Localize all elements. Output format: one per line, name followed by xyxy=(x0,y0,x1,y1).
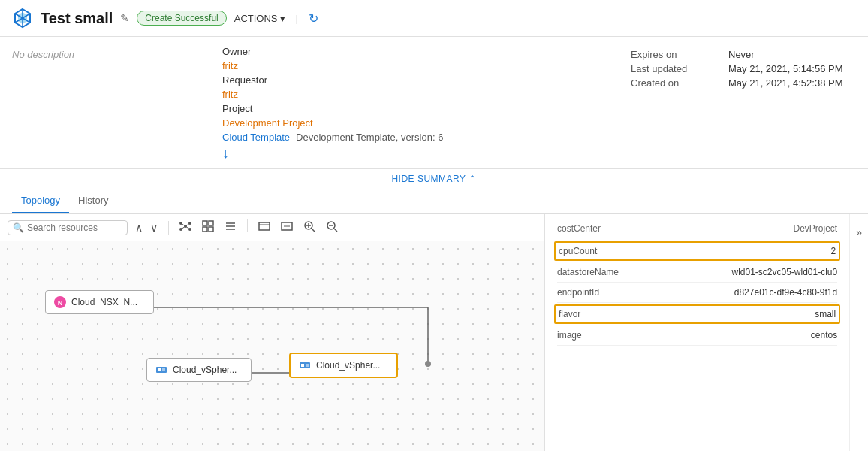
app-logo xyxy=(12,8,33,29)
svg-line-10 xyxy=(181,223,185,226)
search-box[interactable]: 🔍 xyxy=(8,220,128,235)
network-view-icon[interactable] xyxy=(176,219,194,236)
vsphere2-icon xyxy=(298,359,312,372)
svg-line-26 xyxy=(312,229,315,232)
property-value: 2 xyxy=(831,246,836,256)
property-key: endpointId xyxy=(557,287,599,298)
svg-line-30 xyxy=(334,229,337,232)
nsx-icon: N xyxy=(53,295,67,309)
property-row: endpointIdd827e01c-df9e-4c80-9f1d xyxy=(557,283,837,303)
cloud-template-row: Cloud Template Development Template, ver… xyxy=(222,132,631,143)
node-nsx[interactable]: N Cloud_NSX_N... xyxy=(45,290,154,314)
chevron-down-icon: ▾ xyxy=(280,13,285,24)
description: No description xyxy=(12,46,222,168)
toolbar-separator2 xyxy=(247,219,248,232)
properties-list: cpuCount2datastoreNamewld01-sc2vc05-wld0… xyxy=(557,241,837,346)
vsphere2-node-label: Cloud_vSpher... xyxy=(316,360,380,371)
svg-rect-21 xyxy=(259,222,270,230)
tab-topology[interactable]: Topology xyxy=(12,189,69,213)
node-vsphere1[interactable]: Cloud_vSpher... xyxy=(146,358,252,382)
toolbar-separator xyxy=(168,221,169,235)
down-arrow-button[interactable]: ∨ xyxy=(147,220,161,235)
owner-value-row: fritz xyxy=(222,60,631,71)
property-key: image xyxy=(557,330,582,341)
vsphere1-node-label: Cloud_vSpher... xyxy=(173,365,237,375)
list-view-icon[interactable] xyxy=(222,219,240,236)
create-status-badge: Create Successful xyxy=(137,11,226,26)
svg-rect-40 xyxy=(158,368,161,371)
node-vsphere2[interactable]: Cloud_vSpher... xyxy=(289,353,398,378)
svg-line-11 xyxy=(185,223,190,226)
created-on-row: Created on May 21, 2021, 4:52:38 PM xyxy=(631,77,856,89)
svg-rect-14 xyxy=(203,221,207,226)
properties-header: costCenter DevProject xyxy=(557,223,837,234)
svg-rect-44 xyxy=(301,364,304,367)
svg-rect-16 xyxy=(203,227,207,232)
collapse-icon[interactable] xyxy=(278,219,296,236)
property-value: centos xyxy=(811,330,837,341)
svg-point-36 xyxy=(425,361,431,367)
vsphere-icon xyxy=(155,363,168,377)
hide-summary-bar: HIDE SUMMARY ⌃ xyxy=(0,168,868,189)
svg-rect-17 xyxy=(209,227,213,232)
download-icon[interactable]: ↓ xyxy=(222,146,631,162)
separator: | xyxy=(296,13,298,24)
property-key: flavor xyxy=(559,309,580,319)
property-key: datastoreName xyxy=(557,267,619,277)
up-arrow-button[interactable]: ∧ xyxy=(132,220,146,235)
tab-bar: Topology History xyxy=(0,189,868,214)
actions-button[interactable]: ACTIONS ▾ xyxy=(234,13,285,24)
topology-canvas[interactable]: N Cloud_NSX_N... Cloud_vSpher... xyxy=(0,241,544,451)
svg-text:N: N xyxy=(58,299,63,307)
search-icon: 🔍 xyxy=(13,222,24,233)
hide-summary-button[interactable]: HIDE SUMMARY ⌃ xyxy=(0,169,868,189)
property-row: imagecentos xyxy=(557,325,837,346)
zoom-in-icon[interactable] xyxy=(300,219,318,236)
app-header: Test small ✎ Create Successful ACTIONS ▾… xyxy=(0,0,868,37)
view-controls xyxy=(176,219,341,236)
owner-row: Owner xyxy=(222,46,631,57)
tab-history[interactable]: History xyxy=(69,189,117,213)
property-value: d827e01c-df9e-4c80-9f1d xyxy=(734,287,837,298)
topology-toolbar: 🔍 ∧ ∨ xyxy=(0,214,544,241)
summary-section: No description Owner fritz Requestor fri… xyxy=(0,37,868,168)
edit-icon[interactable]: ✎ xyxy=(120,12,129,24)
property-row: flavorsmall xyxy=(554,304,840,324)
property-row: datastoreNamewld01-sc2vc05-wld01-clu0 xyxy=(557,262,837,283)
summary-right: Expires on Never Last updated May 21, 20… xyxy=(631,46,856,168)
grid-view-icon[interactable] xyxy=(199,219,217,236)
connection-lines xyxy=(0,241,544,451)
property-key: cpuCount xyxy=(559,246,597,256)
nav-arrows: ∧ ∨ xyxy=(132,220,161,235)
expires-row: Expires on Never xyxy=(631,49,856,60)
svg-rect-15 xyxy=(209,221,213,226)
requestor-value-row: fritz xyxy=(222,89,631,100)
topology-panel: 🔍 ∧ ∨ xyxy=(0,214,545,451)
page-title: Test small xyxy=(41,10,113,27)
zoom-out-icon[interactable] xyxy=(323,219,341,236)
summary-center: Owner fritz Requestor fritz Project Deve… xyxy=(222,46,631,168)
main-content: 🔍 ∧ ∨ xyxy=(0,214,868,451)
right-panel: costCenter DevProject cpuCount2datastore… xyxy=(545,214,868,451)
requestor-row: Requestor xyxy=(222,74,631,86)
panel-collapse-button[interactable]: » xyxy=(853,220,865,244)
svg-line-13 xyxy=(185,226,190,229)
property-row: cpuCount2 xyxy=(554,241,840,261)
search-input[interactable] xyxy=(27,222,117,233)
nsx-node-label: Cloud_NSX_N... xyxy=(71,297,137,307)
refresh-icon[interactable]: ↻ xyxy=(309,11,318,26)
property-value: wld01-sc2vc05-wld01-clu0 xyxy=(731,267,837,277)
project-value-row: Development Project xyxy=(222,117,631,129)
expand-icon[interactable] xyxy=(255,219,273,236)
property-value: small xyxy=(815,309,836,319)
svg-line-12 xyxy=(181,226,185,229)
project-row: Project xyxy=(222,103,631,114)
last-updated-row: Last updated May 21, 2021, 5:14:56 PM xyxy=(631,63,856,74)
